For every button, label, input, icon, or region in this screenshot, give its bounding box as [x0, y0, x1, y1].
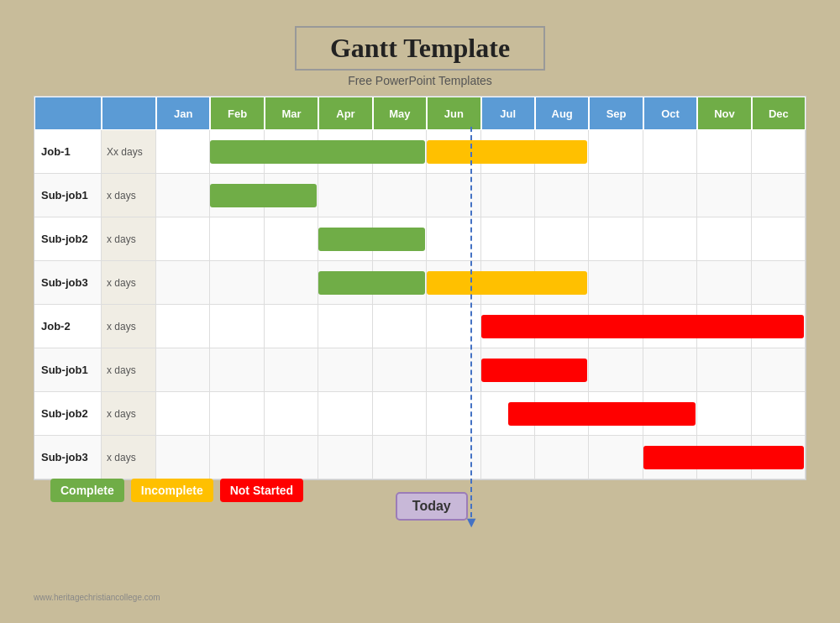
cell: [265, 217, 318, 260]
row-days-subjob2b: x days: [102, 392, 156, 435]
cell: [643, 348, 697, 391]
row-days-job1: Xx days: [102, 130, 156, 173]
row-cells-job1: [156, 130, 806, 173]
row-label-job2: Job-2: [34, 305, 102, 348]
row-label-subjob1b: Sub-job1: [34, 348, 102, 391]
header-feb: Feb: [210, 97, 264, 130]
cell: [589, 261, 643, 304]
cell: [643, 130, 697, 173]
legend-incomplete: Incomplete: [131, 479, 213, 502]
bar-job2-red: [481, 315, 805, 338]
header-nov: Nov: [697, 97, 751, 130]
cell: [210, 261, 264, 304]
subtitle: Free PowerPoint Templates: [348, 74, 492, 87]
bar-subjob2a-green: [318, 228, 425, 251]
cell: [752, 174, 806, 217]
cell: [427, 174, 480, 217]
cell: [373, 305, 427, 348]
legend: Complete Incomplete Not Started: [50, 479, 303, 502]
cell: [697, 261, 751, 304]
cell: [427, 217, 480, 260]
header-jun: Jun: [427, 97, 480, 130]
cell: [535, 436, 589, 479]
bar-job1-green: [210, 140, 425, 164]
row-label-subjob2a: Sub-job2: [34, 217, 102, 260]
today-arrow-icon: ▼: [464, 514, 479, 531]
today-label: Today: [396, 492, 468, 521]
header-aug: Aug: [535, 97, 589, 130]
table-row: Sub-job2 x days: [34, 217, 806, 261]
cell: [752, 261, 806, 304]
cell: [697, 174, 751, 217]
gantt-header: Jan Feb Mar Apr May Jun Jul Aug Sep Oct …: [34, 97, 806, 130]
cell: [373, 392, 427, 435]
cell: [697, 130, 751, 173]
cell: [752, 348, 806, 391]
row-cells-subjob1a: [156, 174, 806, 217]
cell: [589, 436, 643, 479]
cell: [210, 305, 264, 348]
cell: [318, 392, 372, 435]
row-cells-job2: [156, 305, 806, 348]
slide: Gantt Template Free PowerPoint Templates…: [17, 18, 823, 605]
cell: [697, 348, 751, 391]
title: Gantt Template: [330, 33, 510, 63]
cell: [265, 261, 318, 304]
cell: [156, 436, 210, 479]
cell: [265, 348, 318, 391]
cell: [156, 392, 210, 435]
row-label-subjob3b: Sub-job3: [34, 436, 102, 479]
legend-not-started: Not Started: [220, 479, 303, 502]
row-label-subjob3a: Sub-job3: [34, 261, 102, 304]
cell: [535, 217, 589, 260]
table-row: Sub-job1 x days: [34, 348, 806, 392]
row-days-job2: x days: [102, 305, 156, 348]
cell: [752, 217, 806, 260]
row-days-subjob1a: x days: [102, 174, 156, 217]
legend-complete: Complete: [50, 479, 124, 502]
row-days-subjob1b: x days: [102, 348, 156, 391]
cell: [373, 174, 427, 217]
cell: [265, 392, 318, 435]
table-row: Sub-job2 x days: [34, 392, 806, 436]
table-row: Sub-job3 x days: [34, 436, 806, 479]
row-days-subjob2a: x days: [102, 217, 156, 260]
cell: [427, 348, 480, 391]
cell: [427, 305, 480, 348]
cell: [535, 174, 589, 217]
cell: [643, 261, 697, 304]
table-row: Sub-job1 x days: [34, 174, 806, 217]
bar-subjob2b-red: [508, 402, 696, 426]
header-days: [102, 97, 156, 130]
row-cells-subjob1b: [156, 348, 806, 391]
cell: [752, 392, 806, 435]
cell: [156, 130, 210, 173]
row-days-subjob3a: x days: [102, 261, 156, 304]
cell: [589, 174, 643, 217]
header-jan: Jan: [156, 97, 210, 130]
cell: [373, 436, 427, 479]
header-mar: Mar: [265, 97, 318, 130]
cell: [156, 305, 210, 348]
header-oct: Oct: [643, 97, 697, 130]
cell: [589, 130, 643, 173]
row-label-subjob2b: Sub-job2: [34, 392, 102, 435]
cell: [210, 392, 264, 435]
cell: [427, 392, 480, 435]
bar-subjob1a-green: [210, 184, 317, 207]
bar-subjob3a-yellow: [427, 271, 587, 295]
cell: [697, 392, 751, 435]
cell: [589, 348, 643, 391]
header-label: [34, 97, 102, 130]
header-dec: Dec: [752, 97, 806, 130]
cell: [156, 174, 210, 217]
cell: [210, 436, 264, 479]
cell: [265, 305, 318, 348]
cell: [210, 348, 264, 391]
row-label-job1: Job-1: [34, 130, 102, 173]
cell: [156, 261, 210, 304]
cell: [643, 217, 697, 260]
header-jul: Jul: [481, 97, 535, 130]
bar-job1-yellow: [427, 140, 587, 164]
bar-subjob3b-red: [643, 446, 804, 469]
